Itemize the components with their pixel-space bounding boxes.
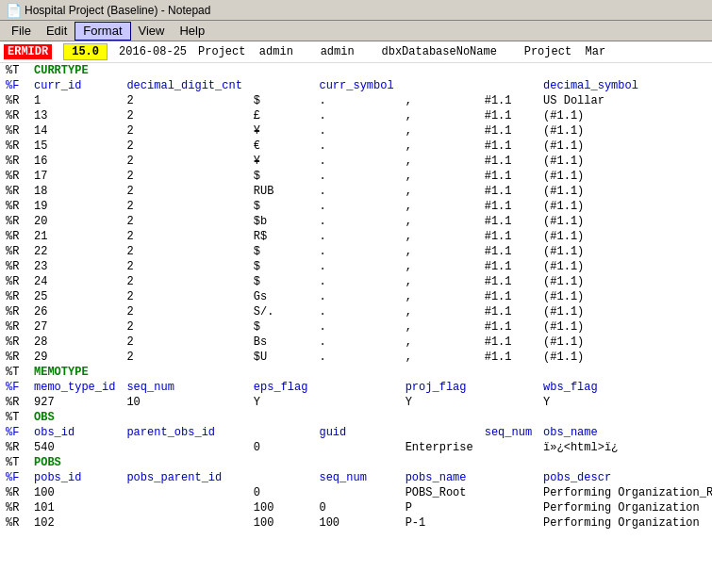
table-row: %R 162¥.,#1.1(#1.1)Chinese Yuan Renminbi… bbox=[0, 154, 712, 169]
menu-bar: File Edit Format View Help bbox=[0, 21, 712, 41]
table-row: %R 1000POBS_RootPerforming Organization_… bbox=[0, 485, 712, 500]
table-row: %T MEMOTYPE bbox=[0, 365, 712, 380]
table-row: %R 12$.,#1.1US DollarUSD3 bbox=[0, 93, 712, 108]
menu-help[interactable]: Help bbox=[172, 21, 212, 41]
table-row: %R 232$.,#1.1(#1.1)Columbian PesoCOP3 bbox=[0, 259, 712, 274]
content-area: ERMIDR 15.0 2016-08-25 Project admin adm… bbox=[0, 41, 712, 588]
menu-view[interactable]: View bbox=[131, 21, 173, 41]
table-row: %R 182RUB.,#1.1(#1.1)Russian RubleRUB3 bbox=[0, 184, 712, 199]
table-row: %F obs_id parent_obs_id guid seq_num obs… bbox=[0, 425, 712, 440]
window-title: Hospital Project (Baseline) - Notepad bbox=[25, 4, 210, 17]
menu-edit[interactable]: Edit bbox=[39, 21, 75, 41]
table-row: %F curr_id decimal_digit_cnt curr_symbol… bbox=[0, 78, 712, 93]
table-row: %F memo_type_id seq_num eps_flag proj_fl… bbox=[0, 380, 712, 395]
table-row: %R 222$.,#1.1(#1.1)Chilean PesoCLP3 bbox=[0, 244, 712, 259]
header-date: 2016-08-25 bbox=[119, 45, 187, 58]
header-fields: Project admin admin dbxDatabaseNoName Pr… bbox=[198, 45, 605, 58]
app-icon: 📄 bbox=[6, 3, 21, 18]
table-row: %R 252Gs.,#1.1(#1.1)Paraguayan GuaraniPY… bbox=[0, 289, 712, 304]
table-row: %R 262S/..,#1.1(#1.1)Peruvian Nuevo SolP… bbox=[0, 304, 712, 319]
menu-format[interactable]: Format bbox=[75, 22, 130, 41]
table-row: %R 212R$.,#1.1(#1.1)Brazilian RealBRL3 bbox=[0, 229, 712, 244]
table-row: %R 172$.,#1.1(#1.1)Canadian DollarCAD3 bbox=[0, 169, 712, 184]
table-row: %R 282Bs.,#1.1(#1.1)Venezuelan Bolivar F… bbox=[0, 335, 712, 350]
table-row: %R 102100100P-1Performing Organization bbox=[0, 515, 712, 531]
table-row: %R 1011000PPerforming Organization bbox=[0, 500, 712, 515]
ermidr-label: ERMIDR bbox=[4, 44, 52, 59]
table-row: %T CURRTYPE bbox=[0, 63, 712, 78]
menu-file[interactable]: File bbox=[4, 21, 39, 41]
table-row: %T POBS bbox=[0, 455, 712, 470]
table-row: %R 132£.,#1.1(#1.1)Pound SterlingGBP3 bbox=[0, 108, 712, 123]
table-row: %R 92710YYYScheduler Notes bbox=[0, 395, 712, 410]
table-row: %R 202$b.,#1.1(#1.1)Bolivian BolivianoBO… bbox=[0, 214, 712, 229]
table-row: %F pobs_id pobs_parent_id seq_num pobs_n… bbox=[0, 470, 712, 485]
title-bar: 📄 Hospital Project (Baseline) - Notepad bbox=[0, 0, 712, 21]
table-row: %R 272$.,#1.1(#1.1)Surinamese DollarSRI bbox=[0, 319, 712, 335]
table-row: %R 192$.,#1.1(#1.1)Argentine PesoARS3 bbox=[0, 199, 712, 214]
table-row: %R 142¥.,#1.1(#1.1)Japanese YenJPY3 bbox=[0, 123, 712, 139]
data-table: %T CURRTYPE %F curr_id decimal_digit_cnt… bbox=[0, 63, 712, 531]
version-cell: 15.0 bbox=[63, 43, 108, 60]
table-row: %T OBS bbox=[0, 410, 712, 425]
table-row: %R 242$.,#1.1(#1.1)Guyanese DollarGYD3 bbox=[0, 274, 712, 289]
table-row: %R 292$U.,#1.1(#1.1)Uruguayan PesoUYU3 bbox=[0, 350, 712, 365]
table-row: %R 5400Enterpriseï»¿<html>ï¿<head>ï¿</he… bbox=[0, 440, 712, 455]
table-row: %R 152€.,#1.1(#1.1)EuroEUR30. bbox=[0, 139, 712, 154]
ermidr-header-row: ERMIDR 15.0 2016-08-25 Project admin adm… bbox=[0, 41, 712, 63]
